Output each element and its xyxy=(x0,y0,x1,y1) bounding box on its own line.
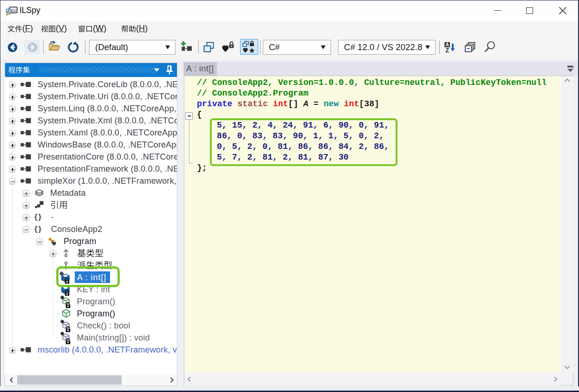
svg-text:A: A xyxy=(445,42,449,47)
svg-text:Z: Z xyxy=(445,47,449,53)
